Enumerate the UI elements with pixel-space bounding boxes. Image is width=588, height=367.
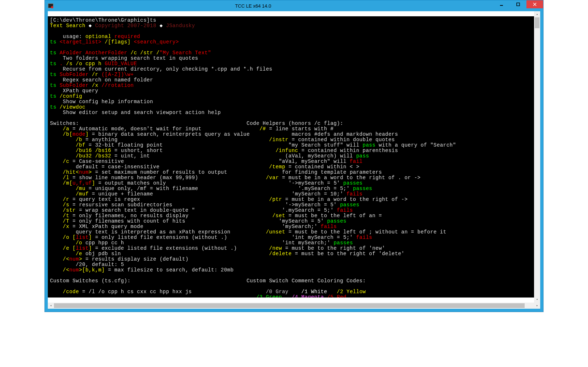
minimize-button[interactable] bbox=[493, 0, 510, 8]
app-icon bbox=[48, 3, 54, 9]
caption-buttons bbox=[493, 0, 543, 8]
scroll-thumb-horizontal[interactable] bbox=[54, 303, 525, 308]
colors-title: Custom Switch Comment Coloring Codes: bbox=[247, 278, 366, 284]
terminal-container: [C:\dev\Throne\Throne\Graphics]ts Text S… bbox=[48, 11, 540, 303]
custom-title: Custom Switches (ts.cfg): bbox=[50, 278, 131, 284]
svg-rect-2 bbox=[500, 5, 503, 6]
scroll-track-horizontal[interactable] bbox=[54, 303, 534, 309]
svg-rect-3 bbox=[517, 3, 520, 6]
prompt-path: C:\dev\Throne\Throne\Graphics bbox=[53, 17, 147, 23]
maximize-button[interactable] bbox=[510, 0, 526, 8]
close-button[interactable] bbox=[526, 0, 543, 8]
header-author: JSandusky bbox=[166, 23, 195, 29]
header-copyright: Copyright 2007-2018 bbox=[95, 23, 156, 29]
scroll-track-vertical[interactable] bbox=[534, 17, 540, 296]
prompt-cmd: ts bbox=[150, 17, 156, 23]
titlebar[interactable]: TCC LE x64 14.0 bbox=[45, 0, 543, 11]
switches-title: Switches: bbox=[50, 121, 79, 126]
window-title: TCC LE x64 14.0 bbox=[56, 3, 450, 9]
scroll-down-button[interactable] bbox=[534, 296, 540, 303]
svg-point-1 bbox=[51, 6, 53, 8]
scroll-up-button[interactable] bbox=[534, 11, 540, 17]
client-area: [C:\dev\Throne\Throne\Graphics]ts Text S… bbox=[45, 11, 543, 312]
app-window: TCC LE x64 14.0 [C:\dev\Throne\Throne\Gr… bbox=[45, 0, 543, 312]
horizontal-scrollbar[interactable] bbox=[48, 303, 540, 309]
vertical-scrollbar[interactable] bbox=[534, 11, 540, 303]
header-name: Text Search bbox=[50, 23, 85, 29]
terminal-output[interactable]: [C:\dev\Throne\Throne\Graphics]ts Text S… bbox=[48, 16, 534, 298]
scroll-right-button[interactable] bbox=[534, 303, 540, 309]
helpers-title: Code Helpers (honors /c flag): bbox=[247, 121, 343, 126]
scroll-left-button[interactable] bbox=[48, 303, 54, 309]
scroll-thumb-vertical[interactable] bbox=[535, 17, 539, 28]
